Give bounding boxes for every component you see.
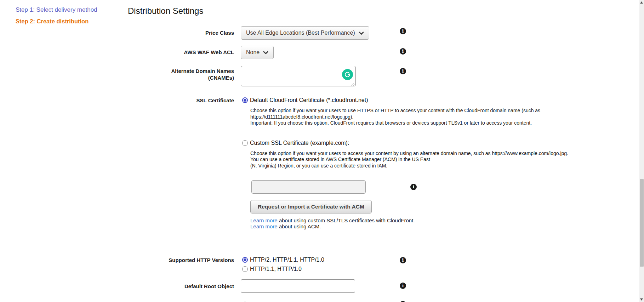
learn-more-acm-line: Learn more about using ACM. — [250, 224, 568, 230]
cnames-textarea[interactable] — [241, 66, 356, 86]
ssl-default-option-label: Default CloudFront Certificate (*.cloudf… — [250, 96, 368, 104]
learn-more-ssl-text: about using custom SSL/TLS certificates … — [278, 217, 415, 223]
ssl-custom-certificate-option[interactable]: Custom SSL Certificate (example.com): — [241, 139, 568, 147]
ssl-custom-option-label: Custom SSL Certificate (example.com): — [250, 139, 349, 147]
price-class-selected-value: Use All Edge Locations (Best Performance… — [246, 30, 355, 36]
http-versions-info-icon[interactable]: i — [400, 257, 406, 263]
scrollbar-thumb[interactable] — [640, 179, 644, 267]
standard-logging-on-option[interactable]: On — [241, 301, 257, 302]
cnames-label-line2: (CNAMEs) — [128, 74, 234, 81]
waf-web-acl-label: AWS WAF Web ACL — [128, 46, 234, 56]
cnames-info-icon[interactable]: i — [400, 68, 406, 74]
waf-selected-value: None — [246, 49, 260, 56]
form-row-waf-web-acl: AWS WAF Web ACL None i — [128, 46, 639, 59]
request-certificate-acm-button[interactable]: Request or Import a Certificate with ACM — [250, 200, 372, 213]
ssl-default-certificate-option[interactable]: Default CloudFront Certificate (*.cloudf… — [241, 96, 568, 104]
vertical-scrollbar[interactable] — [639, 0, 644, 302]
scroll-up-arrow-icon[interactable] — [640, 1, 643, 4]
learn-more-acm-text: about using ACM. — [278, 223, 321, 229]
cloudfront-create-distribution-page: Step 1: Select delivery method Step 2: C… — [0, 0, 644, 302]
default-root-object-label: Default Root Object — [128, 279, 234, 290]
standard-logging-on-label: On — [250, 301, 257, 302]
http11-option-label: HTTP/1.1, HTTP/1.0 — [250, 265, 302, 273]
http-versions-label: Supported HTTP Versions — [128, 256, 234, 263]
scroll-down-arrow-icon[interactable] — [640, 298, 643, 301]
price-class-select[interactable]: Use All Edge Locations (Best Performance… — [241, 26, 369, 40]
ssl-custom-help-text: Choose this option if you want your user… — [250, 150, 568, 169]
default-root-object-info-icon[interactable]: i — [400, 283, 406, 289]
learn-more-ssl-link[interactable]: Learn more — [250, 217, 278, 223]
custom-certificate-info-icon[interactable]: i — [410, 184, 417, 190]
custom-certificate-input-row: i — [251, 180, 568, 194]
distribution-settings-form: Distribution Settings Price Class Use Al… — [119, 0, 639, 302]
standard-logging-label: Standard Logging — [128, 301, 234, 302]
form-row-default-root-object: Default Root Object i — [128, 279, 639, 293]
chevron-down-icon — [263, 51, 268, 55]
ssl-default-help-text: Choose this option if you want your user… — [250, 108, 568, 126]
form-row-http-versions: Supported HTTP Versions HTTP/2, HTTP/1.1… — [128, 256, 639, 273]
http11-option[interactable]: HTTP/1.1, HTTP/1.0 — [241, 265, 324, 273]
waf-web-acl-info-icon[interactable]: i — [400, 48, 406, 55]
radio-button-icon[interactable] — [242, 140, 248, 146]
grammarly-icon[interactable] — [342, 69, 353, 80]
form-row-standard-logging: Standard Logging On i — [128, 301, 639, 302]
sidebar-item-step1-select-delivery-method[interactable]: Step 1: Select delivery method — [16, 6, 114, 14]
radio-button-icon[interactable] — [242, 257, 248, 263]
price-class-label: Price Class — [128, 26, 234, 36]
page-title: Distribution Settings — [128, 6, 639, 16]
wizard-steps-sidebar: Step 1: Select delivery method Step 2: C… — [0, 0, 118, 302]
default-root-object-input[interactable] — [241, 279, 355, 293]
radio-button-icon[interactable] — [242, 266, 248, 272]
price-class-info-icon[interactable]: i — [400, 28, 406, 34]
learn-more-acm-link[interactable]: Learn more — [250, 223, 278, 229]
form-row-alternate-domain-names: Alternate Domain Names (CNAMEs) i — [128, 66, 639, 88]
custom-certificate-input[interactable] — [251, 180, 366, 194]
form-row-ssl-certificate: SSL Certificate Default CloudFront Certi… — [128, 96, 639, 229]
http2-option[interactable]: HTTP/2, HTTP/1.1, HTTP/1.0 — [241, 256, 324, 264]
chevron-down-icon — [359, 32, 364, 35]
http2-option-label: HTTP/2, HTTP/1.1, HTTP/1.0 — [250, 256, 324, 264]
form-row-price-class: Price Class Use All Edge Locations (Best… — [128, 26, 639, 40]
waf-web-acl-select[interactable]: None — [241, 46, 274, 59]
cnames-label: Alternate Domain Names (CNAMEs) — [128, 66, 234, 81]
sidebar-item-step2-create-distribution: Step 2: Create distribution — [16, 17, 114, 25]
radio-button-icon[interactable] — [242, 97, 248, 103]
ssl-certificate-label: SSL Certificate — [128, 96, 234, 104]
cnames-label-line1: Alternate Domain Names — [128, 68, 234, 74]
learn-more-ssl-line: Learn more about using custom SSL/TLS ce… — [250, 218, 568, 224]
resize-grip-icon[interactable] — [351, 82, 355, 86]
